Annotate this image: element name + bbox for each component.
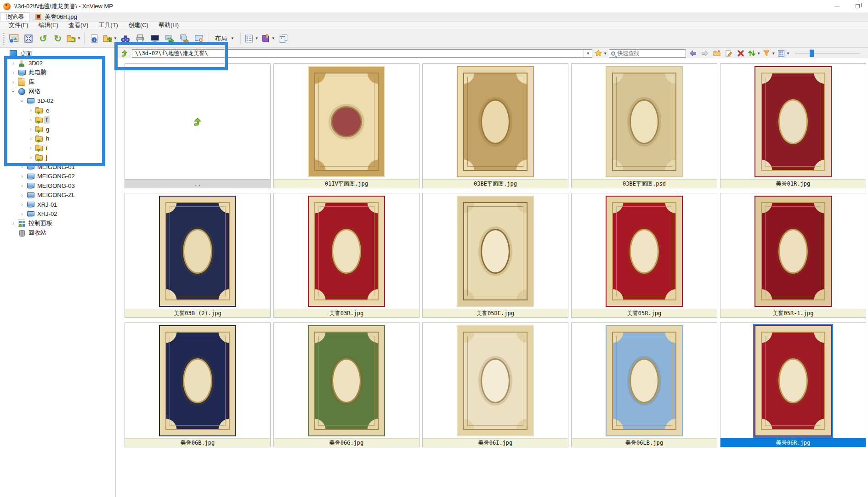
forward-button[interactable] bbox=[700, 49, 710, 58]
layout-button[interactable]: 布局 ▼ bbox=[211, 32, 238, 45]
info-button[interactable]: i bbox=[87, 31, 102, 46]
menu-tools[interactable]: 工具(T) bbox=[93, 21, 123, 29]
edit-button[interactable] bbox=[724, 49, 734, 58]
tree-item-f[interactable]: › f bbox=[0, 115, 115, 125]
back-button[interactable] bbox=[688, 49, 698, 58]
tree-item-meigong-01[interactable]: › MEIGONG-01 bbox=[0, 162, 115, 172]
file-cell[interactable]: 美誉05R.jpg bbox=[571, 193, 717, 318]
favorites-button[interactable]: ▼ bbox=[594, 49, 607, 58]
tree-item-xrj-01[interactable]: › XRJ-01 bbox=[0, 200, 115, 209]
expander-icon[interactable]: › bbox=[10, 60, 17, 67]
tree-item-meigong-02[interactable]: › MEIGONG-02 bbox=[0, 172, 115, 181]
expander-icon[interactable]: › bbox=[10, 79, 17, 85]
expander-icon[interactable]: › bbox=[19, 182, 25, 189]
tree-item-3d-02[interactable]: › 3D-02 bbox=[0, 96, 115, 106]
carpet-thumbnail bbox=[458, 67, 533, 176]
file-cell-parent[interactable]: .. bbox=[125, 63, 271, 188]
file-cell[interactable]: 美誉06B.jpg bbox=[125, 322, 271, 447]
expander-icon[interactable]: › bbox=[19, 192, 25, 198]
file-cell[interactable]: 01IV平面图.jpg bbox=[273, 63, 420, 188]
expander-icon[interactable]: › bbox=[19, 211, 25, 217]
file-cell[interactable]: 03BE平面图.jpg bbox=[422, 63, 568, 188]
expander-icon[interactable]: › bbox=[10, 88, 17, 95]
rotate-left-button[interactable]: ↺ bbox=[36, 31, 51, 46]
export-button[interactable] bbox=[177, 31, 192, 46]
fullscreen-button[interactable] bbox=[21, 31, 36, 46]
up-directory-button[interactable] bbox=[119, 49, 130, 58]
delete-button[interactable] bbox=[736, 49, 746, 58]
expander-icon[interactable]: › bbox=[28, 136, 34, 142]
expander-icon[interactable]: › bbox=[19, 173, 25, 180]
tree-item-j[interactable]: › j bbox=[0, 153, 115, 163]
search-input[interactable] bbox=[617, 50, 688, 56]
slideshow-button[interactable] bbox=[148, 31, 162, 46]
file-name: .. bbox=[125, 179, 270, 188]
refresh-folder-button[interactable]: ▼ bbox=[65, 31, 82, 46]
tree-item-libraries[interactable]: › 库 bbox=[0, 78, 115, 87]
tree-item-e[interactable]: › e bbox=[0, 106, 115, 115]
file-cell[interactable]: 美誉03B (2).jpg bbox=[125, 193, 271, 318]
tree-item-g[interactable]: › g bbox=[0, 124, 115, 134]
expander-icon[interactable]: › bbox=[28, 154, 34, 161]
convert-button[interactable] bbox=[162, 31, 177, 46]
new-folder-button[interactable] bbox=[712, 49, 722, 58]
bookmark-button[interactable]: ▼ bbox=[260, 31, 276, 46]
file-name: 美誉05R-1.jpg bbox=[720, 309, 866, 317]
menu-create[interactable]: 创建(C) bbox=[123, 21, 153, 29]
print-button[interactable] bbox=[133, 31, 148, 46]
tree-item-meigong-zl[interactable]: › MEIGONG-ZL bbox=[0, 191, 115, 200]
file-cell[interactable]: 03BE平面图.psd bbox=[571, 63, 717, 188]
address-path-box[interactable]: \\3d-02\f\地毯\港龙美誉\ ▼ bbox=[132, 49, 592, 58]
file-cell-selected[interactable]: 美誉06R.jpg bbox=[720, 322, 866, 447]
quick-search-box[interactable] bbox=[609, 49, 686, 58]
tree-item-i[interactable]: › i bbox=[0, 143, 115, 153]
tab-browser[interactable]: 浏览器 bbox=[0, 12, 30, 21]
expander-icon[interactable]: › bbox=[28, 126, 34, 132]
capture-button[interactable] bbox=[192, 31, 206, 46]
tree-item-meigong-03[interactable]: › MEIGONG-03 bbox=[0, 181, 115, 191]
rotate-right-button[interactable]: ↻ bbox=[51, 31, 65, 46]
expander-icon[interactable]: › bbox=[19, 164, 25, 170]
menu-edit[interactable]: 编辑(E) bbox=[34, 21, 63, 29]
view-mode-button[interactable]: ▼ bbox=[777, 49, 790, 58]
slider-handle[interactable] bbox=[810, 50, 814, 57]
file-cell[interactable]: 美誉06G.jpg bbox=[273, 322, 420, 447]
browser-photo-button[interactable] bbox=[6, 31, 21, 46]
address-dropdown-button[interactable]: ▼ bbox=[584, 50, 592, 57]
expander-icon[interactable]: › bbox=[10, 220, 17, 226]
thumbnail-size-slider[interactable] bbox=[795, 49, 860, 58]
sort-button[interactable]: ▼ bbox=[748, 49, 760, 58]
tree-item-h[interactable]: › h bbox=[0, 134, 115, 144]
file-cell[interactable]: 美誉06LB.jpg bbox=[571, 322, 717, 447]
expander-icon[interactable]: › bbox=[28, 145, 34, 151]
thumbnail-list-button[interactable]: ▼ bbox=[243, 31, 260, 46]
tree-item-this-pc[interactable]: › 此电脑 bbox=[0, 68, 115, 78]
tree-item-network[interactable]: › 网络 bbox=[0, 87, 115, 96]
file-cell[interactable]: 美誉05BE.jpg bbox=[422, 193, 568, 318]
file-cell[interactable]: 美誉06I.jpg bbox=[422, 322, 568, 447]
file-cell[interactable]: 美誉03R.jpg bbox=[273, 193, 420, 318]
tree-item-desktop[interactable]: 桌面 bbox=[0, 49, 115, 59]
expander-icon[interactable]: › bbox=[19, 201, 25, 208]
tree-item-control-panel[interactable]: › 控制面板 bbox=[0, 219, 115, 228]
open-folder-button[interactable]: ▼ bbox=[102, 31, 118, 46]
expander-icon[interactable]: › bbox=[28, 117, 34, 123]
slideshow-icon bbox=[150, 34, 160, 44]
expander-icon[interactable]: › bbox=[28, 107, 34, 113]
search-button[interactable] bbox=[118, 31, 133, 46]
tree-item-xrj-02[interactable]: › XRJ-02 bbox=[0, 209, 115, 219]
tree-item-3d02[interactable]: › 3D02 bbox=[0, 59, 115, 68]
tab-image[interactable]: 美誉06R.jpg bbox=[30, 12, 83, 21]
menu-view[interactable]: 查看(V) bbox=[63, 21, 93, 29]
expander-icon[interactable]: › bbox=[19, 98, 25, 104]
menu-file[interactable]: 文件(F) bbox=[4, 21, 34, 29]
file-cell[interactable]: 美誉01R.jpg bbox=[720, 63, 866, 188]
restore-button[interactable] bbox=[847, 0, 868, 12]
tags-button[interactable] bbox=[276, 31, 291, 46]
minimize-button[interactable] bbox=[827, 0, 847, 12]
menu-help[interactable]: 帮助(H) bbox=[153, 21, 184, 29]
tree-item-recycle-bin[interactable]: 回收站 bbox=[0, 228, 115, 238]
expander-icon[interactable]: › bbox=[10, 69, 17, 76]
file-cell[interactable]: 美誉05R-1.jpg bbox=[720, 193, 866, 318]
filter-button[interactable]: ▼ bbox=[762, 49, 775, 58]
